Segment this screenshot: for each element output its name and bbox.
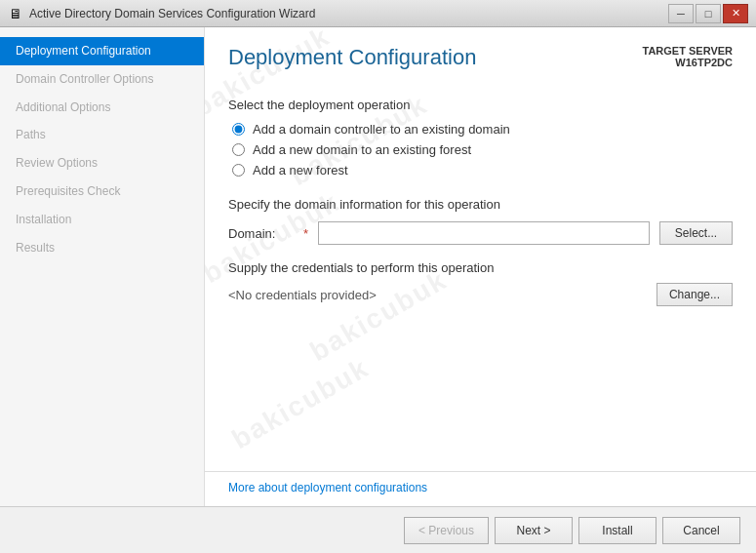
panel-header: Deployment Configuration TARGET SERVER W…	[205, 27, 756, 86]
radio-new-forest-label: Add a new forest	[253, 163, 348, 178]
radio-existing-domain[interactable]	[232, 123, 245, 136]
target-server-info: TARGET SERVER W16TP2DC	[643, 45, 734, 68]
close-button[interactable]: ✕	[723, 4, 748, 23]
minimize-button[interactable]: ─	[668, 4, 694, 23]
window-icon: 🖥	[8, 6, 23, 21]
main-panel: bakicubuk bakicubuk bakicubuk bakicubuk …	[205, 27, 756, 506]
domain-row: Domain: * Select...	[228, 221, 733, 245]
panel-content: Select the deployment operation Add a do…	[205, 86, 756, 471]
sidebar-item-installation: Installation	[0, 206, 204, 234]
no-credentials-text: <No credentials provided>	[228, 288, 377, 302]
sidebar-item-review-options: Review Options	[0, 149, 204, 178]
radio-existing-domain-label: Add a domain controller to an existing d…	[253, 122, 510, 137]
target-server-label: TARGET SERVER	[643, 45, 734, 57]
sidebar-item-domain-controller-options: Domain Controller Options	[0, 65, 204, 94]
previous-button[interactable]: < Previous	[404, 517, 489, 544]
sidebar-item-deployment-configuration[interactable]: Deployment Configuration	[0, 37, 204, 65]
sidebar-item-additional-options: Additional Options	[0, 94, 204, 122]
install-button[interactable]: Install	[578, 517, 657, 544]
credentials-row: <No credentials provided> Change...	[228, 283, 733, 306]
sidebar: Deployment Configuration Domain Controll…	[0, 27, 205, 506]
credentials-label: Supply the credentials to perform this o…	[228, 260, 733, 275]
title-bar: 🖥 Active Directory Domain Services Confi…	[0, 0, 756, 27]
content-area: Deployment Configuration Domain Controll…	[0, 27, 756, 506]
footer: < Previous Next > Install Cancel	[0, 506, 756, 553]
sidebar-item-paths: Paths	[0, 121, 204, 149]
radio-option-existing-domain[interactable]: Add a domain controller to an existing d…	[232, 122, 733, 137]
domain-input[interactable]	[318, 221, 650, 245]
deployment-radio-group: Add a domain controller to an existing d…	[232, 122, 733, 178]
select-button[interactable]: Select...	[659, 221, 733, 245]
link-section: More about deployment configurations	[205, 471, 756, 506]
specify-section: Specify the domain information for this …	[228, 197, 733, 245]
change-credentials-button[interactable]: Change...	[657, 283, 733, 306]
select-deployment-label: Select the deployment operation	[228, 98, 733, 112]
radio-new-forest[interactable]	[232, 164, 245, 177]
specify-label: Specify the domain information for this …	[228, 197, 733, 212]
required-star: *	[303, 226, 308, 241]
window-body: Deployment Configuration Domain Controll…	[0, 27, 756, 553]
maximize-button[interactable]: □	[696, 4, 721, 23]
radio-new-domain-label: Add a new domain to an existing forest	[253, 142, 471, 157]
window-controls: ─ □ ✕	[668, 4, 748, 23]
cancel-button[interactable]: Cancel	[662, 517, 740, 544]
window-title: Active Directory Domain Services Configu…	[29, 7, 668, 20]
credentials-section: Supply the credentials to perform this o…	[228, 260, 733, 306]
sidebar-item-prerequisites-check: Prerequisites Check	[0, 178, 204, 206]
next-button[interactable]: Next >	[495, 517, 573, 544]
radio-option-new-domain[interactable]: Add a new domain to an existing forest	[232, 142, 733, 157]
target-server-name: W16TP2DC	[643, 57, 734, 68]
radio-option-new-forest[interactable]: Add a new forest	[232, 163, 733, 178]
sidebar-item-results: Results	[0, 234, 204, 262]
radio-new-domain[interactable]	[232, 143, 245, 156]
deployment-help-link[interactable]: More about deployment configurations	[228, 481, 427, 494]
domain-label: Domain:	[228, 226, 292, 241]
